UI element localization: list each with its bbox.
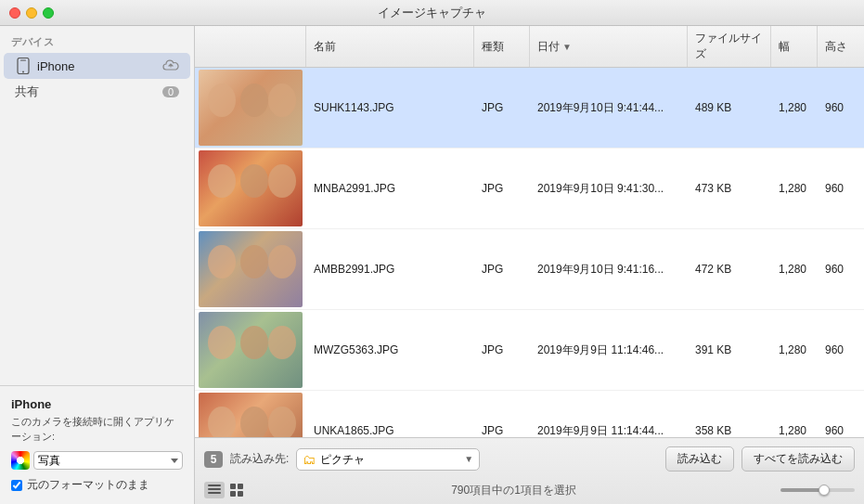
filetype-cell: JPG [474,391,530,437]
folder-icon: 🗂 [303,452,316,467]
app-select-row: 写真 [11,451,183,470]
filesize-cell: 391 KB [688,310,771,390]
destination-select[interactable]: ピクチャ [320,453,459,466]
keep-format-label: 元のフォーマットのまま [27,477,149,493]
date-cell: 2019年9月10日 9:41:30... [530,149,688,228]
height-cell: 960 [818,149,864,228]
height-cell: 960 [818,391,864,437]
photo-thumbnail [199,312,303,388]
face-overlay-2 [240,245,268,278]
app-select[interactable]: 写真 [33,451,183,470]
table-row[interactable]: AMBB2991.JPG JPG 2019年9月10日 9:41:16... 4… [195,229,864,310]
svg-rect-1 [20,60,26,61]
face-overlay-2 [240,84,268,117]
date-cell: 2019年9月9日 11:14:46... [530,310,688,390]
filename-cell: AMBB2991.JPG [306,229,474,309]
chevron-down-icon: ▼ [464,454,473,464]
thumbnail-cell [195,391,306,437]
face-overlay-1 [208,164,236,198]
main-container: デバイス iPhone 共有 0 iPhone [0,26,864,504]
header-name[interactable]: 名前 [306,26,474,67]
bottom-bar-bottom: 790項目中の1項目を選択 [195,480,864,504]
sidebar-item-iphone[interactable]: iPhone [4,53,190,79]
svg-rect-6 [230,484,236,489]
face-overlay-2 [240,326,268,359]
face-overlay-3 [268,326,296,359]
date-cell: 2019年9月10日 9:41:16... [530,229,688,309]
import-all-button[interactable]: すべてを読み込む [741,446,855,472]
height-cell: 960 [818,68,864,148]
face-overlay-1 [208,407,236,437]
sidebar: デバイス iPhone 共有 0 iPhone [0,26,195,504]
width-cell: 1,280 [771,391,818,437]
bottom-bar-top: 5 読み込み先: 🗂 ピクチャ ▼ 読み込む すべてを読み込む [195,438,864,480]
face-overlay-3 [268,407,296,437]
iphone-icon [15,58,32,74]
destination-select-wrap[interactable]: 🗂 ピクチャ ▼ [296,448,480,471]
width-cell: 1,280 [771,68,818,148]
maximize-button[interactable] [43,7,54,19]
face-overlay-2 [240,407,268,437]
photo-thumbnail [199,70,303,146]
list-view-button[interactable] [204,482,225,498]
face-overlay-2 [240,164,268,198]
import-button[interactable]: 読み込む [665,446,734,472]
iphone-label: iPhone [37,59,162,73]
keep-format-checkbox[interactable] [11,480,22,491]
sort-arrow-icon: ▼ [562,42,572,52]
header-width[interactable]: 幅 [771,26,818,67]
face-overlay-3 [268,84,296,117]
titlebar: イメージキャプチャ [0,0,864,26]
table-row[interactable]: SUHK1143.JPG JPG 2019年9月10日 9:41:44... 4… [195,68,864,149]
device-name-label: iPhone [11,397,183,411]
header-date[interactable]: 日付 ▼ [530,26,688,67]
svg-rect-7 [238,484,243,489]
content-area: 名前 種類 日付 ▼ ファイルサイズ 幅 高さ [195,26,864,504]
svg-rect-8 [230,491,236,497]
photo-thumbnail [199,150,303,226]
thumbnail-cell [195,68,306,148]
face-overlay-1 [208,84,236,117]
table-row[interactable]: MNBA2991.JPG JPG 2019年9月10日 9:41:30... 4… [195,149,864,229]
filename-cell: MNBA2991.JPG [306,149,474,228]
shared-section: 共有 0 [4,79,190,105]
filesize-cell: 473 KB [688,149,771,228]
photos-app-icon [11,451,30,470]
date-cell: 2019年9月9日 11:14:44... [530,391,688,437]
sidebar-bottom-panel: iPhone このカメラを接続時に開くアプリケーション: 写真 元のフォーマット… [0,385,194,504]
view-toggle [204,482,247,498]
width-cell: 1,280 [771,229,818,309]
width-cell: 1,280 [771,310,818,390]
header-type[interactable]: 種類 [474,26,530,67]
filesize-cell: 489 KB [688,68,771,148]
grid-view-button[interactable] [226,482,247,498]
window-controls [9,7,54,19]
date-cell: 2019年9月10日 9:41:44... [530,68,688,148]
svg-rect-5 [208,492,221,494]
thumbnail-cell [195,229,306,309]
shared-label: 共有 [15,84,162,100]
height-cell: 960 [818,310,864,390]
close-button[interactable] [9,7,20,19]
table-body: SUHK1143.JPG JPG 2019年9月10日 9:41:44... 4… [195,68,864,437]
face-overlay-3 [268,164,296,198]
face-overlay-1 [208,245,236,278]
open-app-description: このカメラを接続時に開くアプリケーション: [11,415,183,444]
filesize-cell: 358 KB [688,391,771,437]
header-filesize[interactable]: ファイルサイズ [688,26,771,67]
filetype-cell: JPG [474,310,530,390]
face-overlay-1 [208,326,236,359]
table-row[interactable]: UNKA1865.JPG JPG 2019年9月9日 11:14:44... 3… [195,391,864,437]
filetype-cell: JPG [474,229,530,309]
filename-cell: MWZG5363.JPG [306,310,474,390]
table-row[interactable]: MWZG5363.JPG JPG 2019年9月9日 11:14:46... 3… [195,310,864,391]
filetype-cell: JPG [474,68,530,148]
thumbnail-cell [195,149,306,228]
svg-rect-3 [208,485,221,486]
zoom-slider[interactable] [780,488,855,492]
format-checkbox-row: 元のフォーマットのまま [11,477,183,493]
svg-rect-4 [208,488,221,490]
minimize-button[interactable] [26,7,37,19]
destination-label: 読み込み先: [230,451,289,467]
header-height[interactable]: 高さ [818,26,864,67]
